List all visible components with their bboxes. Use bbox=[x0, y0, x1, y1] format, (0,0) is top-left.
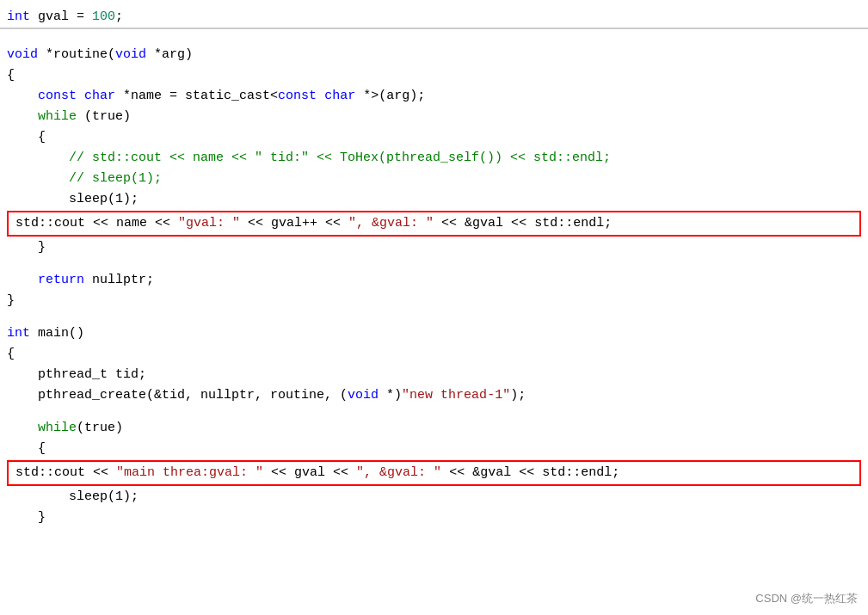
code-line-13: return nullptr; bbox=[0, 270, 868, 291]
code-line-3: { bbox=[0, 65, 868, 86]
code-line-25: } bbox=[0, 507, 868, 528]
blank-line-12 bbox=[0, 258, 868, 270]
code-line-7: // std::cout << name << " tid:" << ToHex… bbox=[0, 148, 868, 169]
code-line-16: int main() bbox=[0, 323, 868, 344]
code-line-2: void *routine(void *arg) bbox=[0, 45, 868, 65]
code-line-4: const char *name = static_cast<const cha… bbox=[0, 86, 868, 107]
code-line-9: sleep(1); bbox=[0, 189, 868, 210]
code-line-21: while(true) bbox=[0, 418, 868, 439]
code-line-18: pthread_t tid; bbox=[0, 365, 868, 385]
code-line-24: sleep(1); bbox=[0, 487, 868, 507]
code-line-14: } bbox=[0, 291, 868, 311]
code-line-5: while (true) bbox=[0, 107, 868, 127]
code-line-23-highlighted: std::cout << "main threa:gval: " << gval… bbox=[7, 460, 861, 486]
top-section: int gval = 100; bbox=[0, 7, 868, 29]
watermark: CSDN @统一热红茶 bbox=[755, 590, 858, 608]
code-line-10-highlighted: std::cout << name << "gval: " << gval++ … bbox=[7, 211, 861, 237]
code-line-22: { bbox=[0, 439, 868, 459]
code-line-8: // sleep(1); bbox=[0, 169, 868, 189]
code-line-0: int gval = 100; bbox=[0, 7, 868, 28]
code-line-11: } bbox=[0, 237, 868, 258]
blank-line-20 bbox=[0, 406, 868, 418]
blank-line-1 bbox=[0, 33, 868, 45]
code-container: int gval = 100; void *routine(void *arg)… bbox=[0, 0, 868, 615]
code-line-17: { bbox=[0, 344, 868, 365]
code-line-6: { bbox=[0, 127, 868, 148]
blank-line-15 bbox=[0, 311, 868, 323]
code-line-19: pthread_create(&tid, nullptr, routine, (… bbox=[0, 385, 868, 406]
